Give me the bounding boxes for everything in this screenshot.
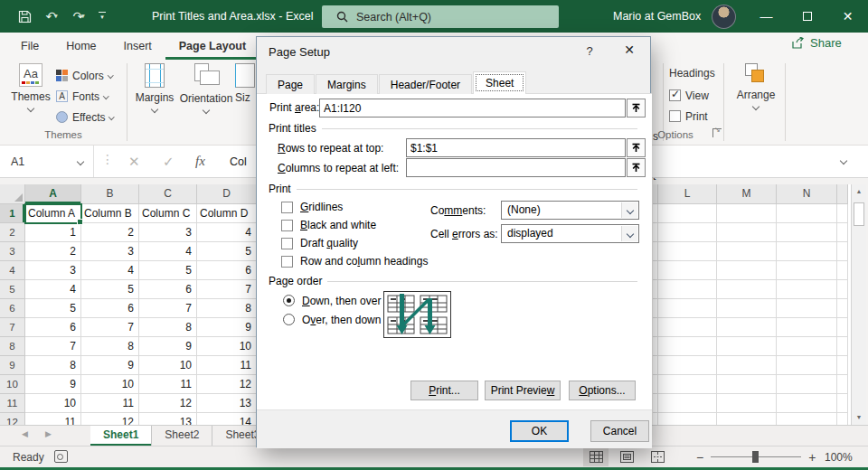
grid-cell[interactable] [837,413,848,426]
confirm-entry-icon[interactable]: ✓ [163,146,175,177]
down-then-over-radio[interactable]: Down, then over [283,291,381,310]
row-header-12[interactable]: 12 [0,413,25,425]
grid-cell[interactable] [837,223,848,242]
grid-cell[interactable]: 12 [139,394,197,413]
dialog-launcher-icon[interactable] [712,128,722,137]
grid-cell[interactable] [658,375,717,394]
grid-cell[interactable]: 5 [139,261,197,280]
select-all-corner[interactable] [0,184,25,204]
grid-cell[interactable]: 2 [81,223,139,242]
customize-qat-button[interactable]: ▾ [94,5,110,28]
grid-cell[interactable] [658,242,717,261]
grid-cell[interactable] [837,261,848,280]
effects-button[interactable]: Effects [56,107,114,127]
vertical-scrollbar[interactable]: ▲ ▼ [851,184,866,426]
grid-cell[interactable]: 10 [81,375,139,394]
rows-repeat-input[interactable] [406,138,626,157]
ribbon-tab-insert[interactable]: Insert [110,33,165,60]
grid-cell[interactable] [777,413,837,426]
grid-cell[interactable]: 7 [139,299,197,318]
column-header-c[interactable]: C [139,184,197,204]
insert-function-icon[interactable]: fx [195,146,205,177]
fonts-button[interactable]: A Fonts [56,86,114,107]
grid-cell[interactable] [837,394,848,413]
zoom-slider[interactable] [711,456,801,457]
ok-button[interactable]: OK [510,420,569,442]
search-input[interactable]: Search (Alt+Q) [322,5,559,28]
page-layout-view-button[interactable] [614,447,639,466]
row-header-4[interactable]: 4 [0,261,25,280]
cancel-button[interactable]: Cancel [590,420,649,442]
dialog-tab-sheet[interactable]: Sheet [473,71,526,94]
column-header-d[interactable]: D [197,184,257,204]
grid-cell[interactable] [837,204,848,223]
row-header-8[interactable]: 8 [0,337,25,356]
grid-cell[interactable]: 11 [197,356,257,375]
dropdown-button[interactable] [621,202,637,218]
grid-cell[interactable]: 8 [139,318,197,337]
dialog-tab-header-footer[interactable]: Header/Footer [379,74,472,94]
grid-cell[interactable]: Column A [25,204,81,223]
draft-quality-checkbox[interactable]: Draft quality [281,234,428,252]
grid-cell[interactable]: 5 [197,242,257,261]
grid-cell[interactable] [658,280,717,299]
grid-cell[interactable] [658,204,717,223]
grid-cell[interactable] [837,375,848,394]
grid-cell[interactable]: 3 [139,223,197,242]
print-area-collapse-button[interactable] [627,99,646,118]
grid-cell[interactable]: 10 [139,356,197,375]
colors-button[interactable]: Colors [56,65,114,86]
size-button[interactable]: Siz [233,63,256,128]
grid-cell[interactable]: 4 [25,280,81,299]
grid-cell[interactable] [777,394,837,413]
maximize-button[interactable] [787,0,827,33]
grid-cell[interactable] [777,356,837,375]
grid-cell[interactable] [777,337,837,356]
over-then-down-radio[interactable]: Over, then down [283,310,381,329]
grid-cell[interactable] [837,337,848,356]
name-box[interactable]: A1 [0,146,94,177]
row-header-7[interactable]: 7 [0,318,25,337]
zoom-in-icon[interactable]: + [808,450,816,465]
row-header-11[interactable]: 11 [0,394,25,413]
grid-cell[interactable] [658,394,717,413]
grid-cell[interactable] [658,337,717,356]
normal-view-button[interactable] [583,447,609,466]
grid-cell[interactable] [717,280,777,299]
grid-cell[interactable]: 6 [81,299,139,318]
grid-cell[interactable]: 13 [197,394,257,413]
grid-cell[interactable]: 13 [139,413,197,425]
grid-cell[interactable] [717,242,777,261]
column-header-m[interactable]: M [717,184,777,204]
grid-cell[interactable] [777,204,837,223]
grid-cell[interactable]: 3 [25,261,81,280]
grid-cell[interactable] [658,413,717,426]
grid-cell[interactable]: 11 [81,394,139,413]
grid-cell[interactable] [837,280,848,299]
print-area-input[interactable] [319,99,626,118]
print-preview-button[interactable]: Print Preview [485,381,561,400]
dialog-tab-page[interactable]: Page [266,74,315,94]
grid-cell[interactable]: 6 [139,280,197,299]
grid-cell[interactable]: 8 [25,356,81,375]
themes-button[interactable]: Aa Themes [7,63,54,128]
previous-sheet-icon[interactable]: ◀ [22,429,28,438]
avatar[interactable] [712,5,736,29]
grid-cell[interactable]: 5 [25,299,81,318]
grid-cell[interactable] [837,242,848,261]
minimize-button[interactable]: — [746,0,787,33]
zoom-out-icon[interactable]: − [696,450,703,465]
grid-cell[interactable]: 4 [81,261,139,280]
row-header-9[interactable]: 9 [0,356,25,375]
rows-repeat-collapse-button[interactable] [627,138,646,157]
save-icon[interactable] [13,5,36,28]
grid-cell[interactable] [658,223,717,242]
grid-cell[interactable] [717,337,777,356]
orientation-button[interactable]: Orientation [179,63,233,128]
grid-cell[interactable]: 6 [197,261,257,280]
macro-record-icon[interactable] [54,450,68,463]
row-and-column-headings-checkbox[interactable]: Row and column headings [281,252,428,270]
grid-cell[interactable] [777,318,837,337]
grid-cell[interactable] [717,204,777,223]
grid-cell[interactable] [777,299,837,318]
